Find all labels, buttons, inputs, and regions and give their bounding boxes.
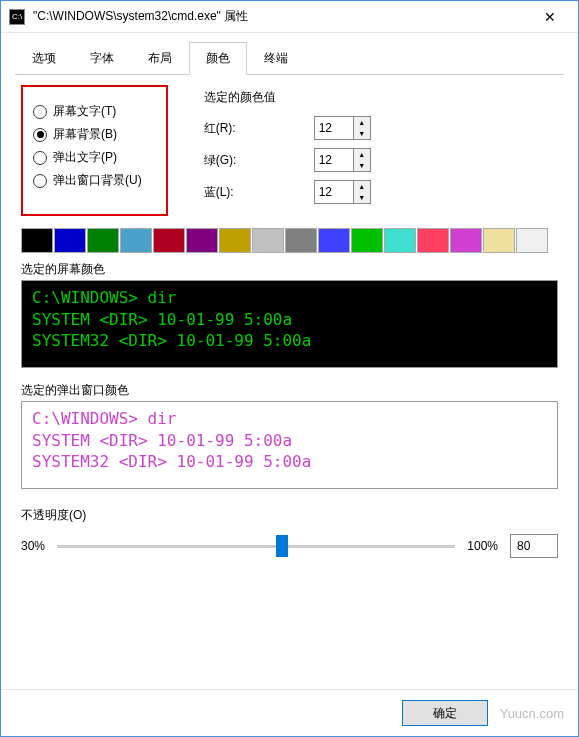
rgb-group-title: 选定的颜色值 [204, 89, 558, 106]
spinner-down-icon[interactable]: ▼ [354, 128, 370, 139]
radio-label: 弹出窗口背景(U) [53, 172, 142, 189]
screen-preview-label: 选定的屏幕颜色 [21, 261, 558, 278]
tab-0[interactable]: 选项 [15, 42, 73, 75]
rgb-input[interactable] [315, 181, 353, 203]
opacity-label: 不透明度(O) [21, 507, 558, 524]
spinner-down-icon[interactable]: ▼ [354, 160, 370, 171]
radio-label: 屏幕背景(B) [53, 126, 117, 143]
color-swatch-1[interactable] [54, 228, 86, 253]
preview-line: C:\WINDOWS> dir [32, 287, 547, 309]
preview-line: C:\WINDOWS> dir [32, 408, 547, 430]
radio-indicator [33, 128, 47, 142]
spinner-up-icon[interactable]: ▲ [354, 181, 370, 192]
color-swatch-5[interactable] [186, 228, 218, 253]
rgb-row-0: 红(R):▲▼ [198, 116, 558, 140]
rgb-input[interactable] [315, 117, 353, 139]
opacity-max-label: 100% [467, 539, 498, 553]
color-swatch-11[interactable] [384, 228, 416, 253]
popup-color-preview: C:\WINDOWS> dirSYSTEM <DIR> 10-01-99 5:0… [21, 401, 558, 489]
screen-color-preview: C:\WINDOWS> dirSYSTEM <DIR> 10-01-99 5:0… [21, 280, 558, 368]
opacity-slider[interactable] [57, 536, 455, 556]
color-swatch-6[interactable] [219, 228, 251, 253]
color-swatch-4[interactable] [153, 228, 185, 253]
popup-preview-label: 选定的弹出窗口颜色 [21, 382, 558, 399]
preview-line: SYSTEM <DIR> 10-01-99 5:00a [32, 309, 547, 331]
color-swatch-14[interactable] [483, 228, 515, 253]
preview-line: SYSTEM32 <DIR> 10-01-99 5:00a [32, 451, 547, 473]
radio-indicator [33, 105, 47, 119]
opacity-input[interactable] [510, 534, 558, 558]
opacity-min-label: 30% [21, 539, 45, 553]
rgb-row-2: 蓝(L):▲▼ [198, 180, 558, 204]
rgb-label: 蓝(L): [204, 184, 264, 201]
rgb-input[interactable] [315, 149, 353, 171]
color-swatch-8[interactable] [285, 228, 317, 253]
radio-indicator [33, 174, 47, 188]
radio-label: 屏幕文字(T) [53, 103, 116, 120]
rgb-spinner[interactable]: ▲▼ [314, 148, 371, 172]
ok-button[interactable]: 确定 [402, 700, 488, 726]
window-title: "C:\WINDOWS\system32\cmd.exe" 属性 [33, 8, 530, 25]
color-swatch-3[interactable] [120, 228, 152, 253]
color-swatch-7[interactable] [252, 228, 284, 253]
color-swatch-9[interactable] [318, 228, 350, 253]
rgb-spinner[interactable]: ▲▼ [314, 180, 371, 204]
dialog-footer: 确定 Yuucn.com [1, 689, 578, 736]
spinner-down-icon[interactable]: ▼ [354, 192, 370, 203]
opacity-slider-thumb[interactable] [276, 535, 288, 557]
preview-line: SYSTEM <DIR> 10-01-99 5:00a [32, 430, 547, 452]
radio-indicator [33, 151, 47, 165]
color-swatch-2[interactable] [87, 228, 119, 253]
color-palette [21, 228, 558, 253]
watermark-text: Yuucn.com [500, 706, 564, 721]
rgb-value-group: 选定的颜色值 红(R):▲▼绿(G):▲▼蓝(L):▲▼ [198, 85, 558, 216]
rgb-label: 红(R): [204, 120, 264, 137]
radio-item-0[interactable]: 屏幕文字(T) [33, 103, 142, 120]
color-swatch-15[interactable] [516, 228, 548, 253]
titlebar: C:\ "C:\WINDOWS\system32\cmd.exe" 属性 ✕ [1, 1, 578, 33]
properties-dialog: C:\ "C:\WINDOWS\system32\cmd.exe" 属性 ✕ 选… [0, 0, 579, 737]
color-swatch-13[interactable] [450, 228, 482, 253]
tab-3[interactable]: 颜色 [189, 42, 247, 75]
tab-4[interactable]: 终端 [247, 42, 305, 75]
tab-1[interactable]: 字体 [73, 42, 131, 75]
spinner-up-icon[interactable]: ▲ [354, 117, 370, 128]
cmd-icon: C:\ [9, 9, 25, 25]
rgb-row-1: 绿(G):▲▼ [198, 148, 558, 172]
rgb-spinner[interactable]: ▲▼ [314, 116, 371, 140]
rgb-label: 绿(G): [204, 152, 264, 169]
color-tab-panel: 屏幕文字(T)屏幕背景(B)弹出文字(P)弹出窗口背景(U) 选定的颜色值 红(… [15, 75, 564, 681]
radio-item-1[interactable]: 屏幕背景(B) [33, 126, 142, 143]
preview-line: SYSTEM32 <DIR> 10-01-99 5:00a [32, 330, 547, 352]
radio-label: 弹出文字(P) [53, 149, 117, 166]
spinner-up-icon[interactable]: ▲ [354, 149, 370, 160]
color-swatch-12[interactable] [417, 228, 449, 253]
radio-item-3[interactable]: 弹出窗口背景(U) [33, 172, 142, 189]
color-target-radio-group: 屏幕文字(T)屏幕背景(B)弹出文字(P)弹出窗口背景(U) [21, 85, 168, 216]
tab-2[interactable]: 布局 [131, 42, 189, 75]
tab-strip: 选项字体布局颜色终端 [15, 41, 564, 75]
color-swatch-0[interactable] [21, 228, 53, 253]
color-swatch-10[interactable] [351, 228, 383, 253]
radio-item-2[interactable]: 弹出文字(P) [33, 149, 142, 166]
dialog-content: 选项字体布局颜色终端 屏幕文字(T)屏幕背景(B)弹出文字(P)弹出窗口背景(U… [1, 33, 578, 689]
close-button[interactable]: ✕ [530, 3, 570, 31]
